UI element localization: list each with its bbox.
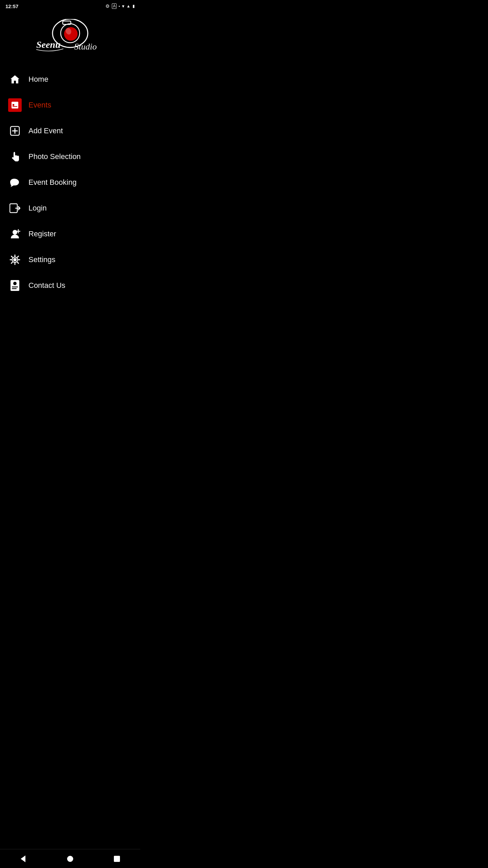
svg-text:Studio: Studio [74, 42, 97, 52]
font-status-icon: A [112, 3, 117, 9]
settings-icon [8, 253, 22, 267]
svg-rect-20 [11, 280, 19, 291]
settings-status-icon: ⚙ [105, 3, 110, 9]
status-bar: 12:57 ⚙ A ▪ ▾ ▲ ▮ [0, 0, 140, 12]
svg-rect-23 [12, 288, 17, 289]
sidebar-item-event-booking[interactable]: Event Booking [0, 170, 140, 195]
sidebar-item-add-event-label: Add Event [28, 126, 63, 135]
add-event-icon [8, 124, 22, 138]
svg-point-21 [13, 282, 17, 285]
photo-selection-icon [8, 150, 22, 163]
svg-text:Seenu: Seenu [36, 39, 61, 50]
sidebar-item-contact-us[interactable]: Contact Us [0, 273, 140, 298]
wifi-status-icon: ▾ [122, 3, 124, 9]
sidebar: Home Events Add Event [0, 66, 140, 305]
sim-status-icon: ▪ [119, 4, 120, 8]
battery-status-icon: ▮ [133, 4, 135, 8]
sidebar-item-photo-selection-label: Photo Selection [28, 152, 81, 161]
register-icon [8, 227, 22, 241]
sidebar-item-contact-us-label: Contact Us [28, 281, 65, 290]
sidebar-item-add-event[interactable]: Add Event [0, 118, 140, 144]
main-container: Home Events Add Event [0, 66, 140, 305]
sidebar-item-register-label: Register [28, 230, 56, 238]
sidebar-item-register[interactable]: Register [0, 221, 140, 247]
status-time: 12:57 [5, 3, 18, 9]
sidebar-item-events[interactable]: Events [0, 92, 140, 118]
sidebar-item-login[interactable]: Login [0, 195, 140, 221]
sidebar-item-event-booking-label: Event Booking [28, 178, 77, 187]
sidebar-item-photo-selection[interactable]: Photo Selection [0, 144, 140, 170]
signal-status-icon: ▲ [126, 4, 130, 8]
svg-rect-8 [13, 104, 14, 106]
sidebar-item-settings-label: Settings [28, 255, 56, 264]
sidebar-item-events-label: Events [28, 101, 51, 110]
svg-rect-22 [12, 287, 18, 288]
status-icons: ⚙ A ▪ ▾ ▲ ▮ [105, 3, 135, 9]
event-booking-icon [8, 176, 22, 189]
svg-point-18 [13, 258, 17, 261]
svg-point-15 [13, 230, 17, 235]
login-icon [8, 201, 22, 215]
sidebar-item-home-label: Home [28, 75, 48, 84]
contact-us-icon [8, 279, 22, 292]
sidebar-item-home[interactable]: Home [0, 66, 140, 92]
logo-svg: Seenu Studio [33, 19, 107, 56]
logo-area: Seenu Studio [0, 12, 140, 66]
events-icon [8, 98, 22, 112]
home-icon [8, 73, 22, 86]
sidebar-item-login-label: Login [28, 204, 47, 213]
sidebar-item-settings[interactable]: Settings [0, 247, 140, 273]
svg-rect-9 [13, 106, 17, 107]
